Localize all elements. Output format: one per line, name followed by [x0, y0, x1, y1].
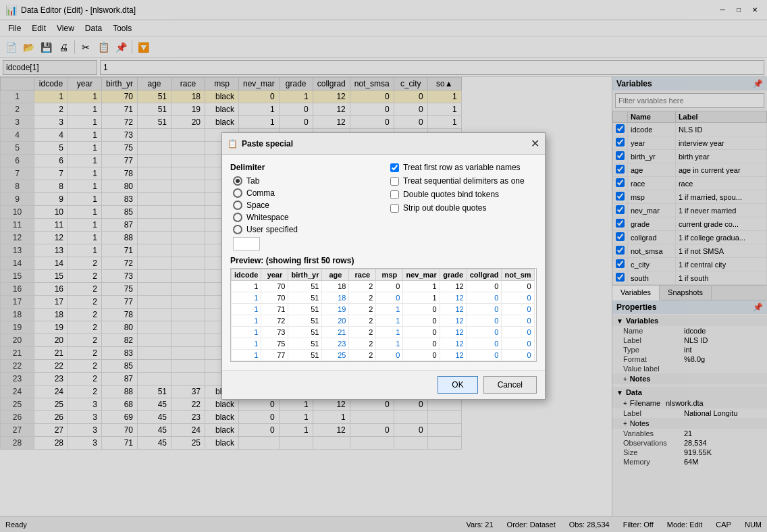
- preview-cell: 51: [288, 350, 322, 361]
- preview-cell: 70: [261, 281, 288, 292]
- preview-area: Preview: (showing first 50 rows) idcodey…: [230, 256, 537, 362]
- preview-cell: 2: [349, 315, 376, 327]
- preview-row: 17151192101200: [232, 304, 535, 315]
- chk-treat-first-row-label: Treat first row as variable names: [403, 163, 521, 172]
- preview-cell: 2: [349, 292, 376, 304]
- preview-cell: 2: [349, 327, 376, 338]
- preview-row: 17051182011200: [232, 281, 535, 292]
- radio-user-specified[interactable]: User specified: [233, 225, 377, 234]
- preview-cell: 21: [322, 327, 349, 338]
- radio-space-circle: [233, 201, 242, 210]
- preview-cell: 19: [322, 304, 349, 315]
- modal-title-text: Paste special: [242, 139, 293, 149]
- chk-strip-double-quotes-input[interactable]: [390, 204, 399, 213]
- radio-whitespace-circle: [233, 213, 242, 222]
- preview-col-header: year: [261, 269, 288, 281]
- preview-cell: 2: [349, 281, 376, 292]
- modal-body: Delimiter Tab Comma Space: [222, 155, 545, 370]
- checkboxes-col: Treat first row as variable names Treat …: [390, 163, 537, 250]
- delimiter-col: Delimiter Tab Comma Space: [230, 163, 377, 250]
- preview-cell: 0: [502, 281, 534, 292]
- preview-cell: 12: [440, 327, 467, 338]
- preview-cell: 73: [261, 327, 288, 338]
- preview-cell: 72: [261, 315, 288, 327]
- preview-cell: 0: [467, 304, 502, 315]
- preview-row: 17251202101200: [232, 315, 535, 327]
- cancel-button[interactable]: Cancel: [483, 376, 537, 394]
- modal-title: 📋 Paste special: [228, 139, 293, 149]
- radio-comma-label: Comma: [246, 188, 275, 198]
- delimiter-label: Delimiter: [230, 163, 377, 172]
- preview-row: 17051182011200: [232, 292, 535, 304]
- preview-cell: 1: [232, 350, 261, 361]
- chk-double-quotes-bind-label: Double quotes bind tokens: [403, 190, 499, 199]
- modal-close-button[interactable]: ✕: [531, 137, 539, 150]
- preview-cell: 1: [232, 281, 261, 292]
- preview-cell: 20: [322, 315, 349, 327]
- modal-footer: OK Cancel: [222, 370, 545, 399]
- preview-col-header: idcode: [232, 269, 261, 281]
- preview-cell: 1: [376, 338, 403, 350]
- preview-cell: 0: [467, 338, 502, 350]
- preview-cell: 18: [322, 292, 349, 304]
- preview-cell: 0: [403, 315, 440, 327]
- preview-cell: 2: [349, 304, 376, 315]
- preview-cell: 0: [502, 350, 534, 361]
- preview-cell: 0: [376, 281, 403, 292]
- preview-row: 17551232101200: [232, 338, 535, 350]
- preview-cell: 2: [349, 350, 376, 361]
- chk-strip-double-quotes-label: Strip out double quotes: [403, 203, 486, 213]
- radio-tab-circle: [233, 176, 242, 186]
- preview-cell: 0: [467, 281, 502, 292]
- delimiter-radio-group: Tab Comma Space Whitespace: [233, 176, 377, 250]
- preview-col-header: nev_mar: [403, 269, 440, 281]
- preview-cell: 12: [440, 338, 467, 350]
- modal-title-bar: 📋 Paste special ✕: [222, 133, 545, 155]
- preview-cell: 0: [403, 338, 440, 350]
- radio-tab-label: Tab: [246, 176, 259, 186]
- radio-tab[interactable]: Tab: [233, 176, 377, 186]
- preview-cell: 12: [440, 315, 467, 327]
- preview-cell: 71: [261, 304, 288, 315]
- chk-treat-first-row[interactable]: Treat first row as variable names: [390, 163, 537, 172]
- chk-treat-first-row-input[interactable]: [390, 163, 399, 172]
- preview-cell: 12: [440, 304, 467, 315]
- preview-cell: 1: [232, 327, 261, 338]
- radio-comma[interactable]: Comma: [233, 188, 377, 198]
- preview-cell: 1: [376, 304, 403, 315]
- preview-cell: 25: [322, 350, 349, 361]
- preview-col-header: not_sm: [502, 269, 534, 281]
- preview-cell: 0: [403, 350, 440, 361]
- preview-cell: 1: [232, 304, 261, 315]
- preview-cell: 2: [349, 338, 376, 350]
- radio-whitespace[interactable]: Whitespace: [233, 213, 377, 222]
- chk-double-quotes-bind[interactable]: Double quotes bind tokens: [390, 190, 537, 199]
- preview-cell: 1: [376, 327, 403, 338]
- preview-cell: 0: [502, 315, 534, 327]
- preview-cell: 0: [502, 327, 534, 338]
- preview-cell: 0: [502, 304, 534, 315]
- radio-space[interactable]: Space: [233, 201, 377, 210]
- radio-user-specified-circle: [233, 225, 242, 234]
- user-specified-input[interactable]: [233, 237, 260, 250]
- preview-cell: 51: [288, 327, 322, 338]
- preview-cell: 0: [467, 327, 502, 338]
- ok-button[interactable]: OK: [438, 376, 477, 394]
- preview-cell: 1: [232, 338, 261, 350]
- preview-cell: 0: [467, 292, 502, 304]
- preview-table-wrap[interactable]: idcodeyearbirth_yrageracemspnev_margrade…: [230, 268, 537, 362]
- chk-double-quotes-bind-input[interactable]: [390, 190, 399, 199]
- preview-cell: 1: [232, 315, 261, 327]
- preview-cell: 1: [232, 292, 261, 304]
- modal-icon: 📋: [228, 139, 238, 149]
- chk-treat-sequential-input[interactable]: [390, 177, 399, 186]
- chk-treat-sequential[interactable]: Treat sequential delimiters as one: [390, 176, 537, 186]
- preview-cell: 51: [288, 292, 322, 304]
- chk-strip-double-quotes[interactable]: Strip out double quotes: [390, 203, 537, 213]
- preview-cell: 0: [376, 292, 403, 304]
- preview-cell: 0: [403, 304, 440, 315]
- chk-treat-sequential-label: Treat sequential delimiters as one: [403, 176, 525, 186]
- preview-col-header: race: [349, 269, 376, 281]
- preview-cell: 51: [288, 304, 322, 315]
- modal-two-col: Delimiter Tab Comma Space: [230, 163, 537, 250]
